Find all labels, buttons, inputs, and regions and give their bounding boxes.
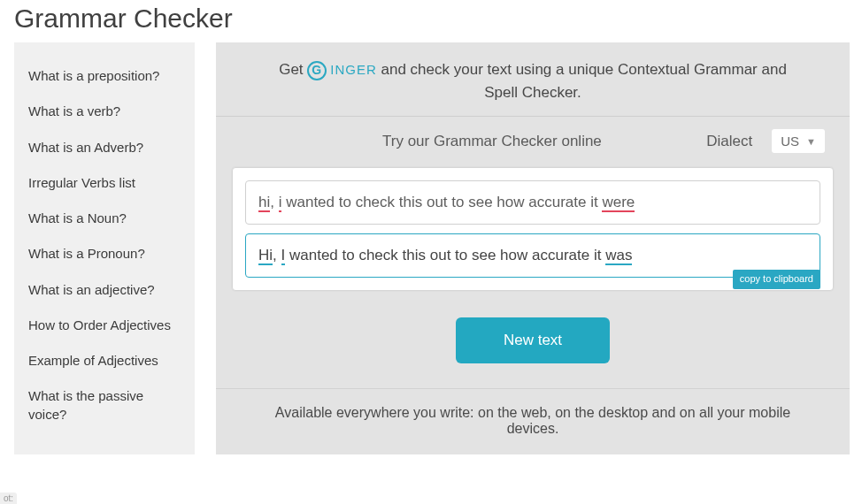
new-text-wrap: New text — [216, 291, 850, 388]
checker-toolbar: Try our Grammar Checker online Dialect U… — [216, 117, 850, 162]
sidebar-item[interactable]: What is an adjective? — [28, 272, 181, 308]
sidebar-item[interactable]: What is a verb? — [28, 94, 181, 129]
page-title: Grammar Checker — [0, 0, 862, 42]
output-fix-segment: was — [605, 247, 632, 265]
input-segment: wanted to check this out to see how accu… — [281, 194, 602, 210]
ginger-logo[interactable]: G INGER — [307, 60, 377, 80]
ginger-brand-text: INGER — [330, 60, 377, 80]
main: Get G INGER and check your text using a … — [216, 42, 850, 454]
output-segment: , — [273, 247, 281, 263]
layout: What is a preposition? What is a verb? W… — [0, 42, 862, 454]
sidebar-item[interactable]: Irregular Verbs list — [28, 165, 181, 201]
input-error-segment: hi — [258, 194, 270, 212]
footnote: Available everywhere you write: on the w… — [216, 388, 850, 454]
output-fix-segment: Hi — [258, 247, 273, 265]
input-error-segment: were — [602, 194, 635, 212]
sidebar-item[interactable]: How to Order Adjectives — [28, 308, 181, 343]
sidebar-item[interactable]: Example of Adjectives — [28, 343, 181, 378]
corner-tag: ot: — [0, 493, 17, 504]
dialect-select[interactable]: US ▼ — [772, 129, 825, 153]
input-segment: , — [270, 194, 278, 210]
output-text[interactable]: Hi, I wanted to check this out to see ho… — [245, 233, 820, 278]
sidebar-item[interactable]: What is the passive voice? — [28, 378, 181, 432]
sidebar-item[interactable]: What is a Pronoun? — [28, 236, 181, 271]
sidebar-item[interactable]: What is a preposition? — [28, 58, 181, 94]
sidebar-item[interactable]: What is an Adverb? — [28, 130, 181, 165]
promo-prefix: Get — [279, 61, 307, 78]
try-label: Try our Grammar Checker online — [382, 133, 602, 150]
promo-suffix: and check your text using a unique Conte… — [381, 61, 787, 101]
dialect-value: US — [781, 134, 799, 149]
chevron-down-icon: ▼ — [806, 136, 816, 147]
promo-text: Get G INGER and check your text using a … — [216, 42, 850, 116]
output-segment: wanted to check this out to see how accu… — [285, 247, 605, 263]
dialect-label: Dialect — [706, 133, 752, 150]
new-text-button[interactable]: New text — [456, 317, 610, 363]
checker-box: hi, i wanted to check this out to see ho… — [232, 167, 834, 291]
ginger-g-icon: G — [307, 61, 327, 80]
sidebar-item[interactable]: What is a Noun? — [28, 201, 181, 236]
sidebar: What is a preposition? What is a verb? W… — [14, 42, 195, 454]
copy-to-clipboard-button[interactable]: copy to clipboard — [733, 270, 820, 288]
input-text[interactable]: hi, i wanted to check this out to see ho… — [245, 180, 820, 225]
